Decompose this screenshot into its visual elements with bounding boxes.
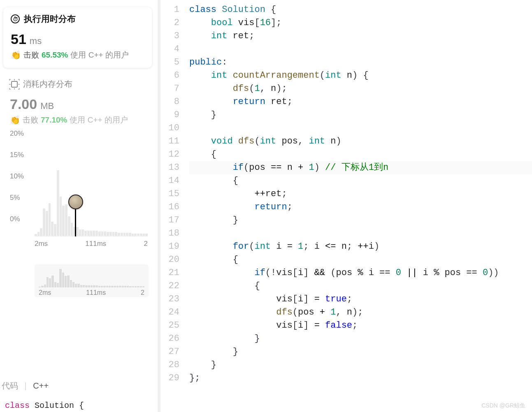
line-number[interactable]: 4	[160, 43, 179, 56]
chart-bar[interactable]	[115, 232, 117, 236]
code-line[interactable]: }	[189, 332, 532, 345]
user-avatar-marker[interactable]	[68, 194, 83, 209]
line-number[interactable]: 5	[160, 56, 179, 69]
code-line[interactable]: {	[189, 174, 532, 187]
code-line[interactable]: return ret;	[189, 95, 532, 109]
code-line[interactable]: vis[i] = false;	[189, 319, 532, 332]
minimap-bar[interactable]	[44, 285, 46, 287]
minimap-bar[interactable]	[72, 282, 74, 287]
chart-bar[interactable]	[54, 224, 56, 236]
code-line[interactable]: int countArrangement(int n) {	[189, 69, 532, 82]
chart-bar[interactable]	[60, 197, 62, 236]
chart-bar[interactable]	[90, 231, 93, 236]
chart-bar[interactable]	[81, 229, 84, 236]
line-number[interactable]: 15	[160, 187, 179, 201]
line-number[interactable]: 7	[160, 82, 179, 95]
chart-bar[interactable]	[143, 234, 145, 236]
chart-bar[interactable]	[79, 229, 81, 236]
code-line[interactable]: dfs(1, n);	[189, 82, 532, 95]
code-line[interactable]: {	[189, 280, 532, 293]
chart-bar[interactable]	[98, 231, 101, 236]
line-number[interactable]: 21	[160, 266, 179, 280]
chart-bar[interactable]	[101, 231, 104, 236]
line-number[interactable]: 6	[160, 69, 179, 82]
line-number[interactable]: 17	[160, 214, 179, 227]
chart-bar[interactable]	[123, 233, 126, 236]
minimap-bar[interactable]	[77, 284, 79, 287]
code-line[interactable]: void dfs(int pos, int n)	[189, 135, 532, 148]
chart-bar[interactable]	[109, 232, 112, 236]
code-line[interactable]: if(!vis[i] && (pos % i == 0 || i % pos =…	[189, 266, 532, 280]
runtime-card[interactable]: ⏱ 执行用时分布 51 ms 👏 击败 65.53% 使用 C++ 的用户	[3, 7, 152, 68]
line-number[interactable]: 14	[160, 174, 179, 187]
line-number[interactable]: 27	[160, 345, 179, 359]
line-number[interactable]: 3	[160, 30, 179, 43]
minimap-bar[interactable]	[59, 269, 61, 287]
code-content[interactable]: class Solution { bool vis[16]; int ret;p…	[189, 3, 532, 385]
line-number[interactable]: 16	[160, 201, 179, 214]
line-number[interactable]: 11	[160, 135, 179, 148]
chart-bar[interactable]	[140, 234, 142, 236]
code-line[interactable]: {	[189, 253, 532, 266]
chart-bars[interactable]	[35, 130, 148, 236]
runtime-minimap-chart[interactable]: 2ms111ms2	[35, 264, 149, 297]
code-line[interactable]: return;	[189, 201, 532, 214]
minimap-bar[interactable]	[57, 283, 59, 287]
minimap-bar[interactable]	[75, 284, 77, 287]
line-number[interactable]: 29	[160, 372, 179, 385]
chart-bar[interactable]	[43, 208, 45, 236]
chart-bar[interactable]	[126, 233, 128, 236]
code-line[interactable]: }	[189, 214, 532, 227]
chart-bar[interactable]	[46, 211, 48, 236]
code-line[interactable]	[189, 122, 532, 135]
minimap-bar[interactable]	[65, 276, 67, 287]
minimap-bar[interactable]	[62, 273, 64, 287]
code-line[interactable]: int ret;	[189, 30, 532, 43]
chart-bar[interactable]	[57, 170, 59, 236]
line-number[interactable]: 20	[160, 253, 179, 266]
chart-bar[interactable]	[68, 216, 70, 236]
code-line[interactable]: {	[189, 148, 532, 161]
line-number[interactable]: 24	[160, 306, 179, 319]
chart-bar[interactable]	[121, 233, 123, 236]
minimap-bar[interactable]	[46, 277, 49, 287]
line-number[interactable]: 1	[160, 3, 179, 16]
code-line[interactable]: }	[189, 345, 532, 359]
chart-bar[interactable]	[84, 231, 87, 236]
minimap-bar[interactable]	[54, 282, 56, 288]
chart-bar[interactable]	[71, 223, 73, 236]
chart-bar[interactable]	[145, 234, 148, 236]
code-line[interactable]: }	[189, 109, 532, 122]
line-number[interactable]: 9	[160, 109, 179, 122]
code-line[interactable]: if(pos == n + 1) // 下标从1到n	[189, 161, 532, 174]
chart-bar[interactable]	[51, 222, 53, 236]
code-line[interactable]: public:	[189, 56, 532, 69]
line-number[interactable]: 13	[160, 161, 179, 174]
code-line[interactable]: for(int i = 1; i <= n; ++i)	[189, 240, 532, 253]
minimap-bars[interactable]	[39, 268, 144, 287]
chart-bar[interactable]	[134, 234, 137, 236]
chart-bar[interactable]	[93, 231, 95, 236]
code-editor[interactable]: 1234567891011121314151617181920212223242…	[160, 0, 532, 412]
code-line[interactable]	[189, 43, 532, 56]
line-gutter[interactable]: 1234567891011121314151617181920212223242…	[160, 3, 189, 385]
line-number[interactable]: 2	[160, 16, 179, 30]
chart-bar[interactable]	[129, 233, 131, 236]
runtime-distribution-chart[interactable]: 20%15%10%5%0% 2ms111ms2	[10, 130, 149, 253]
line-number[interactable]: 22	[160, 280, 179, 293]
minimap-bar[interactable]	[70, 280, 72, 287]
chart-bar[interactable]	[35, 234, 37, 236]
code-line[interactable]: bool vis[16];	[189, 16, 532, 30]
code-line[interactable]: };	[189, 372, 532, 385]
minimap-bar[interactable]	[51, 275, 53, 287]
line-number[interactable]: 28	[160, 359, 179, 372]
chart-bar[interactable]	[40, 228, 42, 236]
code-line[interactable]: class Solution {	[189, 3, 532, 16]
line-number[interactable]: 12	[160, 148, 179, 161]
chart-bar[interactable]	[87, 231, 90, 236]
chart-bar[interactable]	[137, 234, 139, 236]
code-line[interactable]: }	[189, 359, 532, 372]
code-line[interactable]: ++ret;	[189, 187, 532, 201]
code-line[interactable]: vis[i] = true;	[189, 293, 532, 306]
chart-bar[interactable]	[132, 234, 134, 236]
